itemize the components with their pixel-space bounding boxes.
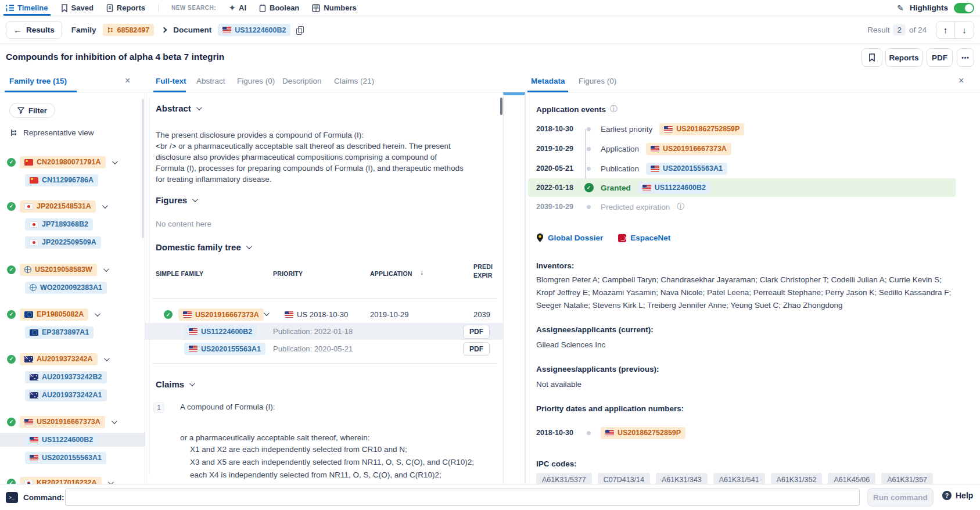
- pdf-download-button[interactable]: PDF: [463, 325, 490, 339]
- nav-divider: [158, 4, 159, 12]
- command-bar: >_ Command: Run command ? Help: [0, 484, 980, 510]
- help-button[interactable]: ? Help: [942, 491, 973, 500]
- info-icon[interactable]: ⓘ: [610, 104, 618, 114]
- patent-number-badge[interactable]: US2020155563A1: [184, 343, 265, 355]
- tree-row-child-selected[interactable]: US11224600B2: [0, 433, 145, 447]
- granted-check-icon: ✓: [164, 310, 173, 319]
- family-table-row-selected[interactable]: US11224600B2 Publication: 2022-01-18 PDF: [145, 323, 503, 340]
- patent-number-badge[interactable]: US2020155563A1: [646, 163, 727, 175]
- tab-metadata-figures[interactable]: Figures (0): [579, 70, 616, 92]
- patent-number: US201916667373A: [195, 311, 259, 319]
- tree-row-child[interactable]: CN112996786A: [0, 173, 145, 187]
- document-id: US11224600B2: [235, 26, 286, 34]
- nav-tab-timeline[interactable]: Timeline: [6, 0, 48, 16]
- previous-result-button[interactable]: ↑: [936, 21, 955, 38]
- more-options-button[interactable]: •••: [957, 48, 974, 67]
- patent-number-badge[interactable]: US11224600B2: [638, 182, 710, 194]
- tree-row-parent[interactable]: ✓ CN201980071791A: [0, 155, 145, 169]
- tab-full-text[interactable]: Full-text: [156, 70, 186, 92]
- family-table-row[interactable]: ✓ US201916667373A US 2018-10-30 2019-10-…: [145, 306, 503, 323]
- family-table-row[interactable]: US2020155563A1 Publication: 2020-05-21 P…: [145, 340, 503, 357]
- tab-claims[interactable]: Claims (21): [334, 70, 374, 92]
- us-flag-icon: [222, 27, 231, 33]
- column-header-application[interactable]: APPLICATION: [370, 270, 412, 277]
- global-dossier-link[interactable]: Global Dossier: [536, 234, 603, 242]
- tab-family-tree[interactable]: Family tree (15): [9, 70, 67, 92]
- close-metadata-icon[interactable]: ×: [959, 70, 964, 92]
- result-current: 2: [893, 24, 906, 35]
- granted-check-icon: ✓: [7, 418, 16, 426]
- family-tree-scrollbar[interactable]: [142, 99, 144, 238]
- tree-row-child[interactable]: JP7189368B2: [0, 217, 145, 231]
- nav-tab-numbers[interactable]: 12 Numbers: [312, 0, 356, 16]
- tab-abstract[interactable]: Abstract: [196, 70, 225, 92]
- patent-number-badge[interactable]: US201862752859P: [659, 123, 744, 135]
- reports-button[interactable]: Reports: [885, 48, 922, 67]
- espacenet-link[interactable]: EspaceNet: [618, 234, 670, 242]
- command-input[interactable]: [65, 489, 860, 506]
- next-result-button[interactable]: ↓: [955, 21, 974, 38]
- copy-icon[interactable]: [296, 26, 303, 34]
- nav-tab-saved[interactable]: Saved: [61, 0, 94, 16]
- tab-figures[interactable]: Figures (0): [237, 70, 275, 92]
- map-pin-icon: [536, 234, 544, 242]
- patent-number-badge[interactable]: US201916667373A: [178, 308, 264, 321]
- ipc-code-chip: A61K45/06: [828, 473, 875, 484]
- highlights-toggle[interactable]: [954, 3, 974, 13]
- abstract-section-header[interactable]: Abstract: [156, 103, 200, 113]
- info-icon[interactable]: ⓘ: [677, 202, 684, 212]
- pdf-button[interactable]: PDF: [927, 48, 953, 67]
- event-date: 2039-10-29: [536, 203, 577, 211]
- patent-number-badge[interactable]: US11224600B2: [184, 325, 257, 337]
- column-header-expiration: EXPIR: [473, 272, 493, 279]
- tree-row-parent[interactable]: ✓ US201916667373A: [0, 415, 145, 429]
- nav-tab-reports-label: Reports: [117, 3, 145, 12]
- tree-row-child[interactable]: AU2019373242A1: [0, 388, 145, 402]
- tree-row-parent[interactable]: ✓ KR20217016232A: [0, 476, 145, 484]
- figures-section-header[interactable]: Figures: [156, 195, 196, 205]
- abstract-title: Abstract: [156, 103, 191, 113]
- ipc-codes-label: IPC codes:: [536, 459, 577, 468]
- boolean-icon: [259, 4, 266, 12]
- pdf-download-button[interactable]: PDF: [463, 342, 490, 356]
- tree-row-child[interactable]: EP3873897A1: [0, 325, 145, 339]
- tab-description[interactable]: Description: [282, 70, 322, 92]
- domestic-family-tree-header[interactable]: Domestic family tree: [156, 242, 250, 252]
- flag-eu-icon: [30, 329, 38, 336]
- full-text-scrollbar[interactable]: [500, 98, 502, 115]
- tab-metadata[interactable]: Metadata: [531, 70, 565, 92]
- run-command-button[interactable]: Run command: [867, 488, 934, 507]
- event-row-predicted: 2039-10-29 Predicted expiration ⓘ: [536, 200, 684, 214]
- filter-button[interactable]: Filter: [9, 103, 55, 118]
- column-header-simple-family[interactable]: SIMPLE FAMILY: [156, 270, 203, 277]
- tree-row-parent[interactable]: ✓ US2019058583W: [0, 263, 145, 276]
- tree-row-child[interactable]: JP2022509509A: [0, 235, 145, 249]
- tree-row-parent[interactable]: ✓ EP19805082A: [0, 307, 145, 321]
- filter-label: Filter: [28, 106, 47, 115]
- panel-splitter[interactable]: [503, 92, 525, 484]
- document-id-badge[interactable]: US11224600B2: [218, 24, 290, 36]
- tree-row-child[interactable]: AU2019373242B2: [0, 370, 145, 384]
- tree-row-parent[interactable]: ✓ AU2019373242A: [0, 352, 145, 366]
- nav-tab-ai[interactable]: ✦ AI: [229, 0, 246, 16]
- representative-view[interactable]: Representative view: [10, 128, 94, 137]
- granted-check-icon: ✓: [7, 479, 16, 484]
- patent-number-badge[interactable]: US201916667373A: [646, 143, 731, 155]
- nav-tab-boolean[interactable]: Boolean: [259, 0, 299, 16]
- tree-row-child[interactable]: US2020155563A1: [0, 451, 145, 465]
- close-family-tree-icon[interactable]: ×: [125, 70, 130, 92]
- tree-row-child[interactable]: WO2020092383A1: [0, 281, 145, 294]
- up-arrow-icon: ↑: [943, 25, 948, 35]
- help-label: Help: [956, 491, 973, 500]
- claims-section-header[interactable]: Claims: [156, 379, 193, 389]
- sort-desc-icon[interactable]: ↓: [420, 268, 423, 276]
- column-header-priority[interactable]: PRIORITY: [273, 270, 303, 277]
- tree-row-parent[interactable]: ✓ JP2021548531A: [0, 199, 145, 213]
- new-search-label: NEW SEARCH:: [171, 5, 216, 11]
- back-to-results-button[interactable]: ← Results: [6, 21, 62, 39]
- nav-tab-reports[interactable]: Reports: [106, 0, 145, 16]
- bookmark-button[interactable]: [861, 48, 882, 67]
- family-id-badge[interactable]: 68582497: [103, 24, 155, 36]
- abstract-text: disclosure also provides pharmaceutical …: [156, 153, 437, 161]
- patent-number-badge[interactable]: US201862752859P: [601, 427, 685, 439]
